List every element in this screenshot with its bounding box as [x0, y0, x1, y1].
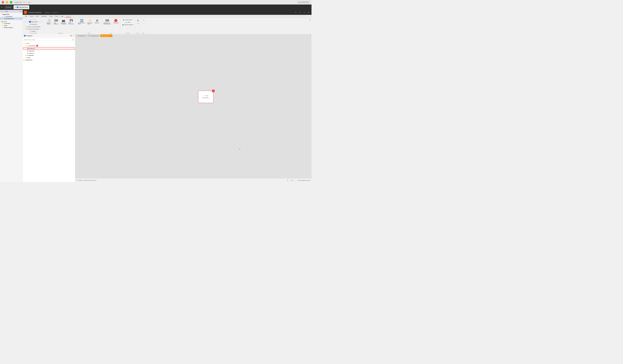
- help-button[interactable]: ?: [307, 15, 310, 18]
- ribbon-btn-screenshot-clipboard[interactable]: 📷 Screenshotto Clipboard: [60, 19, 67, 25]
- ribbon-btn-type-clipboard[interactable]: ⌨ TypeClipboard ▾: [53, 19, 59, 25]
- type-clipboard-dropdown[interactable]: ▾: [58, 23, 59, 24]
- nav-panel-pin-btn[interactable]: 📌: [70, 35, 72, 37]
- ribbon-btn-save-screenshot[interactable]: 💾 SaveScreenshot ▾: [67, 19, 75, 25]
- ribbon-btn-more2[interactable]: ⋯: [142, 22, 145, 25]
- play-dropdown-icon[interactable]: ▾: [30, 1, 31, 3]
- tab-getting-started[interactable]: ❓ Getting Started: [87, 35, 100, 37]
- window-close-btn[interactable]: ✕: [307, 11, 311, 14]
- mac-dropdown-icon[interactable]: ▾: [26, 1, 26, 3]
- ribbon-btn-selection[interactable]: ⊞ Selection ▾: [94, 19, 101, 24]
- tree-item-oci[interactable]: ▼ 📁 OCI: [23, 42, 75, 44]
- connect-template-dropdown[interactable]: ▾: [41, 26, 42, 27]
- change-dropdown[interactable]: ▾: [37, 31, 37, 32]
- connect-options-dropdown[interactable]: ▾: [40, 28, 41, 29]
- ribbon-btn-change[interactable]: ✎ Change ▾: [23, 30, 43, 32]
- sidebar-toolbar-btn3[interactable]: ↑: [4, 10, 5, 12]
- tree-item-tasks-nav[interactable]: 📁 Tasks: [23, 57, 75, 59]
- tree-item-application-nav[interactable]: ▶ ⊞ Application: [23, 59, 75, 61]
- ribbon-btn-connect-template[interactable]: ⚡ Connect using Template ▾: [23, 26, 43, 28]
- terminal-area[interactable]: 2 Connecting...: [75, 37, 312, 178]
- tab-overview[interactable]: Overview: [4, 5, 13, 9]
- tab-hub-step-stone[interactable]: ✕ hub-step-stone: [14, 5, 29, 9]
- sidebar-item-default-settings[interactable]: 📁 Default Settings: [0, 26, 23, 29]
- window-restore-btn[interactable]: □: [303, 11, 306, 14]
- key-sequence-dropdown[interactable]: ▾: [85, 23, 85, 24]
- tab-dashboard[interactable]: ⊘ Dashboard: [76, 35, 87, 37]
- copy-clipboard-dropdown[interactable]: ▾: [51, 23, 51, 24]
- window-connection-title: instance-A - Royal TS: [44, 12, 59, 13]
- ribbon-btn-send-break[interactable]: 🛑 Send Break: [112, 19, 119, 24]
- ribbon-btn-disconnect[interactable]: ■ Disconnect: [23, 21, 43, 23]
- window-titlebar-left: T Terminal Connection instance-A - Royal…: [24, 11, 58, 14]
- command-tasks-dropdown[interactable]: ▾: [92, 23, 93, 24]
- tree-item-instance-b[interactable]: 🖥 instance-B: [23, 50, 75, 52]
- tree-item-instance-a[interactable]: 🖥 instance-A: [23, 47, 75, 50]
- ribbon-btn-key-sequence[interactable]: 🔤 Key SequenceTasks ▾: [77, 19, 86, 25]
- change-icon: ✎: [29, 30, 30, 32]
- expand-icon[interactable]: ▲: [21, 18, 22, 19]
- tab-file[interactable]: File: [24, 15, 29, 18]
- ribbon-collapse[interactable]: ▲: [309, 18, 311, 34]
- ribbon-btn-clear-screen[interactable]: 🗑 Clear Screen: [122, 19, 134, 21]
- mac-close-button[interactable]: [2, 1, 4, 3]
- sidebar-item-connections[interactable]: ▼ 📁 Connections: [0, 15, 23, 18]
- ribbon-btn-find[interactable]: 🔍 Find: [122, 21, 134, 23]
- ribbon-btn-copy-clipboard[interactable]: 📋 Copy toClipboard ▾: [46, 19, 52, 25]
- tab-data[interactable]: Data: [48, 15, 54, 18]
- tab-view[interactable]: View: [54, 15, 59, 18]
- ribbon-btn-more1[interactable]: ≡: [142, 19, 145, 22]
- sidebar-item-credentials[interactable]: 📁 Credentials: [0, 22, 23, 24]
- tab-scroll-arrows[interactable]: ▲ ▼: [310, 35, 311, 37]
- selection-dropdown[interactable]: ▾: [99, 22, 100, 23]
- sidebar-item-tasks[interactable]: 📁 Tasks: [0, 24, 23, 26]
- clipboard-keyboard-dropdown[interactable]: ▾: [111, 23, 111, 24]
- ribbon-btn-connect-options[interactable]: ⚙ Connect with Options ▾: [23, 28, 43, 30]
- window-expand-btn[interactable]: ⤢: [294, 11, 297, 14]
- sidebar-toolbar-btn1[interactable]: +: [1, 10, 2, 12]
- nav-search-input[interactable]: [23, 38, 74, 41]
- sidebar-item-application-header[interactable]: Application: [0, 21, 23, 22]
- search-label[interactable]: Oracle TSX: [301, 1, 308, 3]
- mac-gear-icon[interactable]: ⚙: [23, 1, 25, 3]
- mac-minimize-button[interactable]: [6, 1, 8, 3]
- ribbon-btn-connect[interactable]: ▶ Connect: [23, 18, 43, 21]
- ribbon-btn-clipboard-keyboard[interactable]: ⌨ Clipboard andKeyboard Input ▾: [103, 19, 112, 25]
- tab-close-icon[interactable]: ✕: [15, 6, 16, 8]
- window-title: Terminal Connection: [28, 12, 42, 13]
- folder-default-icon: 📁: [2, 27, 4, 28]
- tab-actions[interactable]: Actions: [65, 15, 72, 18]
- sidebar-play-btn[interactable]: ▶: [21, 10, 22, 12]
- tab-templates[interactable]: Templates: [40, 15, 48, 18]
- save-screenshot-dropdown[interactable]: ▾: [74, 23, 74, 24]
- tree-item-creds-nav[interactable]: 📁 Credentials: [23, 54, 75, 57]
- ribbon-btn-input1[interactable]: 📡: [136, 19, 140, 22]
- status-license: Free Shareware License: [298, 180, 310, 181]
- nav-panel-close-btn[interactable]: ✕: [73, 35, 74, 37]
- instance-a-tab-close[interactable]: ✕: [110, 35, 111, 36]
- ribbon-btn-command-tasks[interactable]: ⚡ CommandTasks ▾: [87, 19, 93, 25]
- sidebar-tree: ⚠ Oracle TSX ▼ 📁 Connections 🖥 hub-step-…: [0, 13, 23, 182]
- screenshot-clipboard-icon: 📷: [62, 19, 65, 22]
- tab-help[interactable]: Help: [59, 15, 65, 18]
- window-minimize-btn[interactable]: —: [298, 11, 302, 14]
- sidebar-item-oracle-tsx[interactable]: ⚠ Oracle TSX: [0, 13, 23, 15]
- sidebar-star-btn[interactable]: ☆: [19, 10, 20, 12]
- sidebar-toolbar-btn2[interactable]: ↓: [2, 10, 3, 12]
- ribbon-btn-reconnect[interactable]: ↺ Reconnect: [23, 23, 43, 25]
- mac-window-buttons[interactable]: [2, 1, 12, 3]
- save-screenshot-icon: 💾: [70, 19, 73, 22]
- tree-item-connections[interactable]: ▼ 📁 Connections 1: [23, 44, 75, 47]
- sidebar-item-hub-step-stone[interactable]: 🖥 hub-step-stone ▲: [0, 18, 23, 20]
- connect-template-icon: ⚡: [25, 26, 27, 27]
- ribbon-btn-input2[interactable]: ✂: [136, 22, 140, 25]
- tab-instance-a-content[interactable]: 🖥 instance-A ✕: [100, 35, 112, 37]
- mac-maximize-button[interactable]: [10, 1, 12, 3]
- ribbon-group-terminal: 🗑 Clear Screen 🔍 Find ⏺ Record Session: [121, 18, 135, 34]
- play-icon[interactable]: ▶: [28, 1, 30, 3]
- tree-item-instance-c[interactable]: 🖥 instance-C: [23, 52, 75, 54]
- ribbon-btn-record-session[interactable]: ⏺ Record Session: [122, 24, 134, 26]
- tab-home[interactable]: Home: [29, 15, 35, 18]
- sidebar-toolbar-btn4[interactable]: ⚙▾: [5, 10, 8, 12]
- tab-edit[interactable]: Edit: [35, 15, 40, 18]
